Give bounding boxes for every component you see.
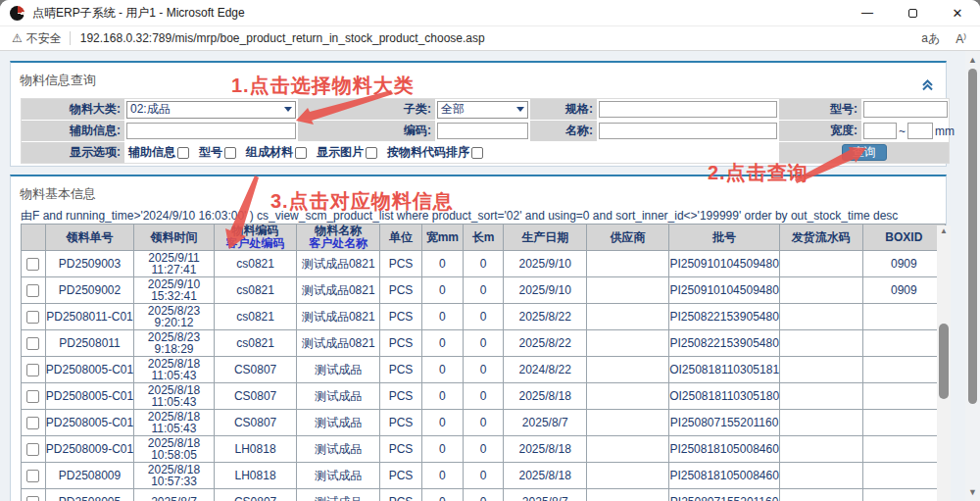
- column-header: [22, 225, 46, 251]
- column-header: 长m: [463, 225, 504, 251]
- model-input[interactable]: [863, 101, 948, 118]
- query-debug-text: 由F and running_time>'2024/9/10 16:03:00'…: [21, 208, 937, 225]
- collapse-panel-icon[interactable]: [921, 78, 934, 91]
- scroll-down-icon[interactable]: ▼: [965, 487, 980, 497]
- materials-panel: 物料基本信息 由F and running_time>'2024/9/10 16…: [10, 175, 947, 501]
- option-aux-info-checkbox[interactable]: [177, 147, 189, 159]
- option-aux-info-label: 辅助信息: [128, 144, 175, 161]
- page-content: 物料信息查询 物料大类: 02:成品 子类: 全部 规格: 型号: 辅助信息: …: [0, 51, 980, 501]
- scroll-up-icon[interactable]: ▲: [937, 225, 951, 237]
- annotation-step2: 2.点击查询: [708, 160, 808, 186]
- column-header: 物料编码客户处编码: [214, 225, 297, 251]
- display-options: 辅助信息 型号 组成材料 显示图片 按物料代码排序: [125, 142, 778, 163]
- window-title: 点晴ERP子系统 - 用户1 - Microsoft Edge: [32, 5, 845, 22]
- column-header: 领料单号: [45, 225, 133, 251]
- security-warning-icon: ⚠: [12, 31, 23, 45]
- column-header: 生产日期: [504, 225, 587, 251]
- code-label: 编码:: [298, 121, 435, 141]
- table-scrollbar-thumb[interactable]: [939, 324, 949, 399]
- url-divider: [70, 31, 71, 45]
- maximize-icon: [908, 9, 917, 18]
- table-body: PD25090032025/9/1111:27:41cs0821测试成品0821…: [22, 251, 946, 501]
- chevron-down-icon: [284, 107, 292, 112]
- minimize-button[interactable]: —: [845, 0, 890, 25]
- row-checkbox[interactable]: [26, 258, 39, 271]
- query-panel: 物料信息查询 物料大类: 02:成品 子类: 全部 规格: 型号: 辅助信息: …: [10, 61, 947, 167]
- column-header: 供应商: [586, 225, 668, 251]
- column-header: 发货流水码: [780, 225, 863, 251]
- subcategory-select[interactable]: 全部: [437, 101, 528, 119]
- material-category-label: 物料大类:: [22, 99, 124, 120]
- query-panel-title: 物料信息查询: [11, 63, 946, 89]
- column-header: 物料名称客户处名称: [297, 225, 380, 251]
- row-checkbox[interactable]: [26, 470, 39, 482]
- table-row[interactable]: PD25080052025/8/7CS0807测试成品PCS002025/8/7…: [22, 489, 946, 501]
- column-header: 单位: [380, 225, 422, 251]
- table-header-row: 领料单号领料时间物料编码客户处编码物料名称客户处名称单位宽mm长m生产日期供应商…: [22, 225, 946, 251]
- width-separator: ~: [899, 125, 906, 138]
- annotation-step1: 1.点击选择物料大类: [231, 73, 415, 99]
- width-from-input[interactable]: [863, 123, 897, 139]
- row-checkbox[interactable]: [26, 496, 39, 501]
- table-row[interactable]: PD2508009-C012025/8/1810:58:05LH0818测试成品…: [22, 436, 946, 463]
- table-row[interactable]: PD2508005-C012025/8/1811:05:43CS0807测试成品…: [22, 410, 946, 436]
- subcategory-label: 子类:: [298, 99, 435, 120]
- row-checkbox[interactable]: [26, 284, 39, 297]
- width-unit: mm: [935, 125, 955, 138]
- scroll-up-icon[interactable]: ▲: [965, 55, 980, 65]
- option-sort-checkbox[interactable]: [471, 147, 483, 159]
- read-aloud-icon[interactable]: A): [956, 31, 966, 46]
- table-row[interactable]: PD25080092025/8/1810:57:33LH0818测试成品PCS0…: [22, 463, 946, 489]
- table-row[interactable]: PD2508011-C012025/8/239:20:12cs0821测试成品0…: [22, 304, 946, 330]
- close-button[interactable]: ✕: [935, 0, 980, 25]
- title-bar: 点晴ERP子系统 - 用户1 - Microsoft Edge — ✕: [0, 0, 980, 26]
- row-checkbox[interactable]: [26, 417, 39, 429]
- column-header: BOXID: [862, 225, 945, 251]
- address-bar[interactable]: ⚠ 不安全 192.168.0.32:789/mis/mrp/boe_produ…: [0, 26, 980, 51]
- security-label: 不安全: [26, 30, 62, 47]
- table-row[interactable]: PD2508005-C012025/8/1811:05:43CS0807测试成品…: [22, 357, 946, 383]
- site-favicon: [10, 6, 24, 21]
- column-header: 领料时间: [134, 225, 215, 251]
- page-scrollbar[interactable]: ▲ ▼: [965, 51, 980, 501]
- translate-icon[interactable]: aあ: [921, 30, 940, 47]
- table-row[interactable]: PD25090022025/9/1015:32:41cs0821测试成品0821…: [22, 277, 946, 304]
- option-image-checkbox[interactable]: [366, 147, 377, 159]
- material-category-select[interactable]: 02:成品: [126, 101, 296, 119]
- display-options-label: 显示选项:: [22, 142, 124, 163]
- width-label: 宽度:: [779, 121, 861, 141]
- annotation-step3: 3.点击对应物料信息: [270, 188, 454, 215]
- option-model-checkbox[interactable]: [224, 147, 236, 159]
- name-input[interactable]: [599, 123, 777, 139]
- query-form: 物料大类: 02:成品 子类: 全部 规格: 型号: 辅助信息: 编码: 名称:…: [21, 98, 950, 164]
- code-input[interactable]: [437, 123, 528, 139]
- table-row[interactable]: PD25080112025/8/239:18:29cs0821测试成品0821P…: [22, 330, 946, 357]
- table-row[interactable]: PD2508005-C012025/8/1811:05:43CS0807测试成品…: [22, 383, 946, 410]
- table-scrollbar[interactable]: ▲: [937, 225, 951, 501]
- spec-input[interactable]: [599, 101, 777, 118]
- option-materials-label: 组成材料: [246, 144, 293, 161]
- materials-table: 领料单号领料时间物料编码客户处编码物料名称客户处名称单位宽mm长m生产日期供应商…: [21, 224, 946, 501]
- row-checkbox[interactable]: [26, 311, 39, 324]
- width-to-input[interactable]: [907, 123, 933, 139]
- option-materials-checkbox[interactable]: [295, 147, 307, 159]
- aux-info-label: 辅助信息:: [22, 121, 124, 141]
- chevron-down-icon: [516, 107, 524, 112]
- minimize-icon: —: [861, 6, 873, 20]
- spec-label: 规格:: [530, 99, 597, 120]
- search-button[interactable]: 查询: [842, 144, 887, 161]
- row-checkbox[interactable]: [26, 337, 39, 350]
- name-label: 名称:: [530, 121, 597, 141]
- option-sort-label: 按物料代码排序: [387, 144, 469, 161]
- table-row[interactable]: PD25090032025/9/1111:27:41cs0821测试成品0821…: [22, 251, 946, 277]
- maximize-button[interactable]: [890, 0, 935, 25]
- aux-info-input[interactable]: [126, 123, 296, 139]
- page-scrollbar-thumb[interactable]: [968, 69, 977, 404]
- row-checkbox[interactable]: [26, 443, 39, 456]
- row-checkbox[interactable]: [26, 390, 39, 403]
- url-text[interactable]: 192.168.0.32:789/mis/mrp/boe_product_ret…: [80, 31, 906, 45]
- row-checkbox[interactable]: [26, 364, 39, 376]
- browser-window: 点晴ERP子系统 - 用户1 - Microsoft Edge — ✕ ⚠ 不安…: [0, 0, 980, 501]
- model-label: 型号:: [779, 99, 861, 120]
- close-icon: ✕: [953, 6, 963, 21]
